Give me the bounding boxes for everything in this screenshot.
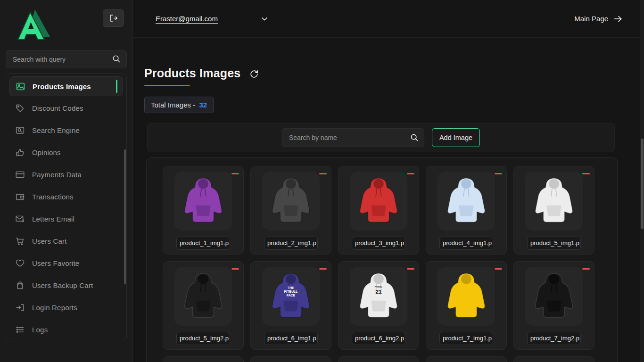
svg-text:THE: THE (288, 286, 294, 289)
sidebar-item-users-backup-cart[interactable]: Users Backup Cart (6, 274, 126, 296)
product-image-card: product_3_img1.p (338, 166, 419, 255)
add-image-button[interactable]: Add Image (432, 128, 480, 147)
total-images-label: Total Images - (151, 101, 195, 109)
image-name-field[interactable]: product_2_img1.p (264, 237, 318, 250)
topbar: Eraster@gmail.com Main Page (133, 0, 644, 38)
images-panel: product_1_img1.p product_2_img1.p produc… (146, 157, 618, 362)
product-image-card: product_5_img1.p (513, 166, 594, 255)
page-scrollbar (640, 0, 644, 362)
sidebar-item-search-engine[interactable]: Search Engine (6, 119, 126, 141)
sidebar-scrollbar-thumb[interactable] (124, 149, 126, 284)
sidebar-item-payments-data[interactable]: Payments Data (6, 164, 126, 186)
wallet-icon (15, 192, 25, 202)
sidebar-item-letters-email[interactable]: Letters Email (6, 208, 126, 230)
image-icon (16, 82, 25, 91)
sidebar-item-label: Users Backup Cart (32, 281, 93, 289)
remove-image-button[interactable] (407, 268, 414, 270)
product-image (174, 172, 232, 230)
image-name-field[interactable]: product_6_img1.p (264, 332, 318, 345)
sidebar-item-label: Discount Codes (32, 104, 83, 112)
toolbar: Add Image (147, 123, 615, 152)
image-name-field[interactable]: product_1_img1.p (176, 237, 230, 250)
remove-image-button[interactable] (495, 173, 502, 174)
image-name-field[interactable]: product_7_img1.p (439, 332, 493, 345)
remove-image-button[interactable] (319, 268, 327, 270)
product-image-card: product_4_img1.p (426, 166, 507, 255)
chevron-down-icon[interactable] (259, 14, 270, 24)
logs-icon (15, 325, 25, 335)
svg-text:PITBULL: PITBULL (284, 290, 298, 293)
page-scrollbar-thumb[interactable] (641, 139, 644, 229)
svg-text:PITBULL: PITBULL (375, 285, 383, 288)
title-underline (144, 85, 190, 86)
credit-card-icon (15, 170, 25, 180)
refresh-button[interactable] (249, 69, 259, 79)
sidebar-item-products-images[interactable]: Products Images (9, 76, 123, 96)
remove-image-button[interactable] (495, 268, 502, 270)
image-name-field[interactable]: product_4_img1.p (439, 237, 493, 250)
logout-button[interactable] (103, 9, 124, 27)
sidebar-item-label: Products Images (33, 82, 91, 90)
image-name-field[interactable]: product_6_img2.p (352, 332, 405, 345)
active-indicator (116, 80, 117, 93)
product-image-card: product_2_img1.p (250, 166, 331, 255)
thumbs-up-icon (15, 148, 25, 157)
image-name-field[interactable]: product_5_img1.p (527, 237, 581, 250)
product-image-card (338, 356, 419, 362)
sidebar: Products Images Discount Codes Search En… (0, 0, 133, 362)
image-name-field[interactable]: product_7_img2.p (527, 332, 581, 345)
sidebar-search-input[interactable] (6, 50, 127, 68)
product-image-card: PITBULL21 product_6_img2.p (338, 261, 419, 350)
product-image (438, 172, 495, 230)
sidebar-item-users-cart[interactable]: Users Cart (6, 230, 126, 252)
image-name-field[interactable]: product_5_img2.p (176, 332, 230, 345)
app-root: Products Images Discount Codes Search En… (0, 0, 644, 362)
remove-image-button[interactable] (582, 173, 590, 174)
images-grid: product_1_img1.p product_2_img1.p produc… (163, 166, 617, 362)
total-images-badge: Total Images - 32 (144, 97, 214, 113)
sidebar-item-label: Users Cart (32, 237, 67, 245)
account-email-link[interactable]: Eraster@gmail.com (156, 15, 218, 23)
remove-image-button[interactable] (319, 173, 327, 174)
sidebar-item-label: Users Favorite (32, 259, 79, 267)
cart-icon (15, 236, 25, 246)
main-page-link[interactable]: Main Page (574, 14, 623, 24)
product-image-card: product_5_img2.p (163, 261, 244, 350)
app-logo (14, 7, 52, 46)
sidebar-item-discount-codes[interactable]: Discount Codes (6, 97, 126, 119)
product-image (525, 172, 583, 230)
remove-image-button[interactable] (407, 173, 414, 174)
content: Products Images Total Images - 32 Add Im… (133, 38, 644, 362)
sidebar-item-label: Payments Data (32, 171, 82, 179)
sidebar-header (0, 0, 132, 47)
name-search (282, 128, 424, 147)
product-image-card (426, 356, 507, 362)
remove-image-button[interactable] (231, 173, 239, 174)
sidebar-item-users-favorite[interactable]: Users Favorite (6, 252, 126, 274)
search-image-icon (15, 125, 25, 135)
bag-icon (15, 280, 25, 290)
sidebar-item-opinions[interactable]: Opinions (6, 141, 126, 164)
search-icon (409, 132, 419, 142)
product-image (438, 267, 495, 326)
remove-image-button[interactable] (582, 268, 590, 270)
product-image: PITBULL21 (350, 267, 407, 326)
remove-image-button[interactable] (231, 268, 239, 270)
sidebar-search (6, 50, 127, 68)
image-name-field[interactable]: product_3_img1.p (352, 237, 405, 250)
main-area: Eraster@gmail.com Main Page Products Ima… (133, 0, 644, 362)
product-image (174, 267, 232, 326)
name-search-input[interactable] (282, 128, 424, 147)
sidebar-nav: Products Images Discount Codes Search En… (6, 74, 127, 340)
login-icon (15, 303, 25, 313)
sidebar-item-label: Opinions (32, 148, 61, 156)
sidebar-item-transactions[interactable]: Transactions (6, 186, 126, 208)
product-image-card: product_7_img1.p (426, 261, 507, 350)
product-image: THEPITBULLFACE (262, 267, 320, 326)
sidebar-item-login-reports[interactable]: Login Reports (6, 296, 126, 319)
sidebar-item-label: Transactions (32, 193, 74, 201)
product-image-card (250, 356, 331, 362)
product-image (262, 172, 320, 230)
sidebar-item-logs[interactable]: Logs (6, 319, 126, 340)
main-page-label: Main Page (574, 15, 608, 23)
